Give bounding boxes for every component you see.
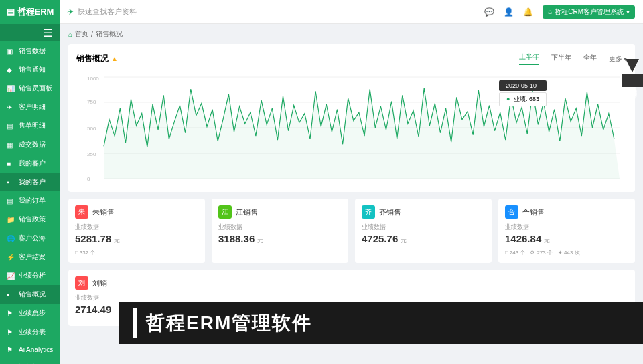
sidebar-icon: ■ [7,160,15,167]
sidebar-label: 我的订单 [19,196,46,205]
foot-icon: □ [505,250,508,256]
sidebar-icon: ⚡ [7,254,15,261]
stat-card-3[interactable]: 合 合销售 业绩数据 1426.84 元 □243 个⟳273 个✦443 次 [498,199,635,263]
foot-icon: ✦ [558,250,563,256]
sidebar-item-11[interactable]: ⚡客户结案 [0,248,60,266]
logo: ▤ 哲程ERM [0,0,60,24]
chevron-down-icon: ▾ [624,55,627,62]
chart-header: 销售概况 ▲ 上半年 下半年 全年 更多 ▾ [76,52,627,65]
sidebar-item-9[interactable]: 📁销售政策 [0,210,60,229]
sidebar-icon: ▣ [7,48,15,55]
user-icon[interactable]: 👤 [504,7,514,17]
stat-badge: 朱 [75,205,88,219]
sidebar-item-12[interactable]: 📈业绩分析 [0,266,60,285]
sidebar-icon: 📊 [7,85,15,92]
stat-card-2[interactable]: 齐 齐销售 业绩数据 4725.76 元 [355,199,492,263]
sidebar-label: 客户结案 [19,252,46,262]
sidebar-item-1[interactable]: ◆销售通知 [0,60,60,79]
search-placeholder: 快速查找客户资料 [78,7,137,17]
sidebar-item-10[interactable]: 🌐客户公海 [0,229,60,248]
sidebar-icon: ▦ [7,141,15,149]
stat-head: 刘 刘销 [75,276,628,290]
stat-foot-item: ✦443 次 [558,249,580,256]
chart-title: 销售概况 ▲ [76,53,118,64]
sidebar-icon: 🌐 [7,235,15,242]
stat-card-0[interactable]: 朱 朱销售 业绩数据 5281.78 元 □332 个 [68,199,205,263]
sidebar: ☰ ▣销售数据◆销售通知📊销售员面板✈客户明细▤售单明细▦成交数据■我的客户▪我… [0,24,60,364]
stat-label: 业绩数据 [505,223,628,232]
sidebar-item-14[interactable]: ⚑业绩总步 [0,304,60,323]
sidebar-item-17[interactable]: ⚑订单首页 [0,358,60,364]
stat-value: 5281.78 元 [75,233,198,245]
sidebar-icon: ▪ [7,179,15,186]
stat-badge: 刘 [75,276,88,290]
foot-icon: □ [75,250,78,256]
sidebar-icon: 📈 [7,272,15,280]
stat-foot: □243 个⟳273 个✦443 次 [505,249,628,256]
tooltip-value: ● 业绩: 683 [499,92,547,106]
sidebar-icon: ▤ [7,122,15,130]
sidebar-icon: ✈ [7,104,15,111]
sidebar-label: 销售员面板 [19,84,52,93]
sidebar-item-5[interactable]: ▦成交数据 [0,135,60,154]
bell-icon[interactable]: 🔔 [523,7,533,17]
sidebar-icon: ▤ [7,197,15,205]
sidebar-item-6[interactable]: ■我的客户 [0,154,60,173]
chart-tooltip: 2020-05-10 ● 业绩: 683 [499,80,547,106]
logo-icon: ▤ [7,7,15,17]
banner-bar [133,308,137,338]
side-ribbon: 哲程软件 [622,74,643,87]
sidebar-item-2[interactable]: 📊销售员面板 [0,79,60,98]
sidebar-item-3[interactable]: ✈客户明细 [0,98,60,116]
warning-icon: ▲ [111,55,118,62]
stat-name: 齐销售 [379,207,401,217]
sidebar-label: 客户明细 [19,102,46,112]
stat-head: 江 江销售 [218,205,342,219]
stat-unit: 元 [544,237,550,244]
stats-row: 朱 朱销售 业绩数据 5281.78 元 □332 个 江 江销售 业绩数据 3… [68,199,635,263]
stat-value: 3188.36 元 [218,233,342,245]
system-badge[interactable]: ⌂ 哲程CRM客户管理系统 ▾ [543,5,635,19]
sidebar-item-16[interactable]: ⚑Ai Analytics [0,341,60,358]
sidebar-collapse[interactable]: ☰ [0,24,60,41]
stat-value: 4725.76 元 [362,233,485,245]
sidebar-label: 销售数据 [19,46,46,56]
stat-unit: 元 [257,237,263,244]
stat-name: 刘销 [92,278,107,288]
sidebar-icon: ◆ [7,66,15,74]
chart-body: 1000 750 500 250 0 2020-05-10 ● [76,70,627,184]
more-button[interactable]: 更多 ▾ [609,54,627,64]
sidebar-item-8[interactable]: ▤我的订单 [0,191,60,210]
tab-last-half[interactable]: 上半年 [519,52,539,65]
chat-icon[interactable]: 💬 [484,7,494,17]
sidebar-item-15[interactable]: ⚑业绩分表 [0,323,60,341]
stat-head: 齐 齐销售 [362,205,485,219]
sidebar-icon: ⚑ [7,346,15,353]
sidebar-item-4[interactable]: ▤售单明细 [0,116,60,135]
chart-tabs: 上半年 下半年 全年 更多 ▾ [519,52,627,65]
tab-next-half[interactable]: 下半年 [551,53,571,64]
stat-name: 合销售 [522,207,545,217]
stat-label: 业绩数据 [75,223,198,232]
stat-badge: 齐 [362,205,375,219]
sidebar-label: 销售通知 [19,65,46,74]
sidebar-label: 我的客户 [19,159,46,168]
svg-text:250: 250 [87,151,96,157]
stat-foot-item: ⟳273 个 [530,249,553,256]
breadcrumb-current: 销售概况 [96,29,123,39]
breadcrumb-home[interactable]: 首页 [75,29,88,39]
stat-badge: 合 [505,205,518,219]
search-area[interactable]: ✈ 快速查找客户资料 [60,7,484,17]
home-icon[interactable]: ⌂ [68,31,72,38]
sidebar-item-0[interactable]: ▣销售数据 [0,41,60,60]
stat-name: 朱销售 [92,207,115,217]
sidebar-icon: 📁 [7,216,15,223]
stat-card-1[interactable]: 江 江销售 业绩数据 3188.36 元 [212,199,348,263]
sidebar-item-7[interactable]: ▪我的客户 [0,173,60,191]
sidebar-item-13[interactable]: ▪销售概况 [0,285,60,304]
stat-unit: 元 [114,237,120,244]
sidebar-icon: ⚑ [7,329,15,336]
chart-card: 销售概况 ▲ 上半年 下半年 全年 更多 ▾ 1000 750 50 [68,44,635,192]
overlay-banner: 哲程ERM管理软件 [119,302,643,344]
tab-all[interactable]: 全年 [583,53,597,64]
